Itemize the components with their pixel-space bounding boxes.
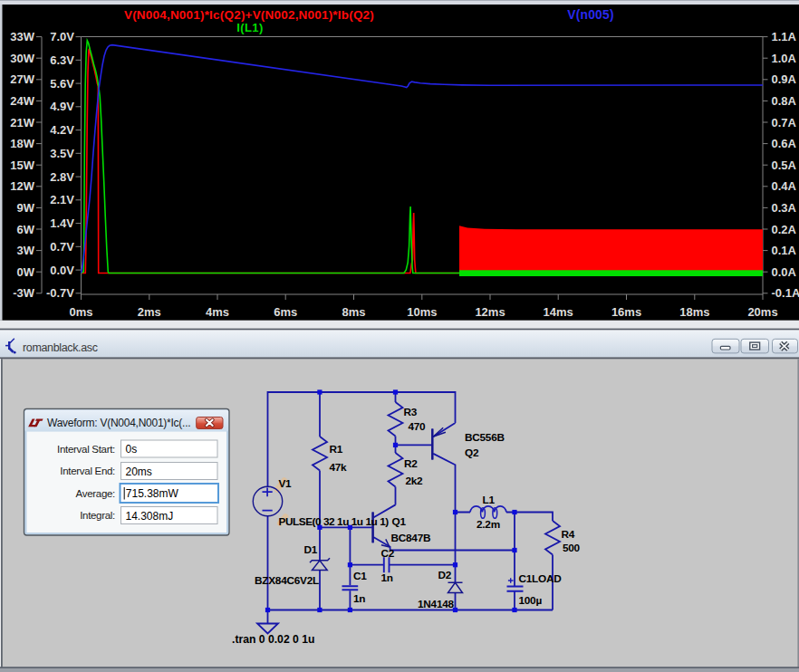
- svg-text:10ms: 10ms: [407, 305, 437, 319]
- svg-text:PULSE(0 32 1u 1u 1u 1): PULSE(0 32 1u 1u 1u 1): [279, 515, 390, 528]
- svg-text:1.4V: 1.4V: [50, 216, 74, 230]
- svg-text:2.1V: 2.1V: [50, 193, 74, 206]
- svg-text:-0.1A: -0.1A: [772, 286, 799, 300]
- svg-text:21W: 21W: [10, 116, 34, 130]
- svg-text:0.0V: 0.0V: [50, 264, 74, 277]
- svg-text:0.9A: 0.9A: [772, 72, 797, 86]
- svg-text:500: 500: [563, 542, 581, 554]
- svg-text:27W: 27W: [10, 72, 34, 86]
- svg-text:0.0A: 0.0A: [772, 265, 797, 279]
- svg-text:BZX84C6V2L: BZX84C6V2L: [255, 574, 319, 587]
- svg-text:Q1: Q1: [392, 515, 407, 528]
- svg-text:V1: V1: [279, 477, 293, 490]
- svg-text:R4: R4: [562, 528, 575, 541]
- svg-text:0.5A: 0.5A: [772, 158, 797, 172]
- svg-text:2k2: 2k2: [406, 475, 424, 487]
- svg-text:V(n005): V(n005): [567, 8, 614, 22]
- svg-text:7.0V: 7.0V: [50, 30, 74, 43]
- svg-text:14ms: 14ms: [544, 305, 573, 319]
- svg-text:Integral:: Integral:: [80, 510, 115, 521]
- svg-text:18W: 18W: [10, 137, 34, 150]
- svg-text:D2: D2: [438, 569, 452, 581]
- svg-text:24W: 24W: [10, 94, 34, 108]
- svg-text:2.8V: 2.8V: [50, 170, 74, 184]
- svg-text:12ms: 12ms: [475, 305, 505, 319]
- svg-text:0.4A: 0.4A: [772, 179, 797, 193]
- svg-text:D1: D1: [304, 543, 318, 556]
- svg-text:470: 470: [409, 420, 427, 433]
- svg-text:15W: 15W: [10, 158, 34, 172]
- svg-text:R3: R3: [404, 406, 418, 418]
- svg-text:BC556B: BC556B: [465, 431, 505, 444]
- svg-text:12W: 12W: [10, 179, 34, 193]
- svg-text:0ms: 0ms: [69, 305, 92, 319]
- svg-text:6ms: 6ms: [274, 305, 297, 319]
- svg-text:L1: L1: [483, 494, 496, 506]
- svg-text:4.9V: 4.9V: [50, 100, 74, 113]
- svg-text:0s: 0s: [126, 443, 138, 456]
- svg-text:romanblack.asc: romanblack.asc: [23, 341, 98, 354]
- svg-text:6.3V: 6.3V: [50, 53, 74, 67]
- svg-text:47k: 47k: [330, 461, 348, 474]
- svg-text:1n: 1n: [381, 571, 393, 584]
- svg-text:1.0A: 1.0A: [772, 52, 797, 65]
- svg-text:V(N004,N001)*Ic(Q2)+V(N002,N00: V(N004,N001)*Ic(Q2)+V(N002,N001)*Ib(Q2): [124, 8, 374, 22]
- svg-text:4ms: 4ms: [206, 305, 229, 319]
- svg-text:C2: C2: [381, 547, 395, 560]
- svg-text:R1: R1: [330, 443, 343, 456]
- svg-text:-3W: -3W: [13, 286, 35, 300]
- svg-text:Interval Start:: Interval Start:: [57, 444, 115, 455]
- svg-text:Average:: Average:: [76, 488, 116, 499]
- svg-text:Waveform: V(N004,N001)*Ic(...: Waveform: V(N004,N001)*Ic(...: [47, 417, 190, 429]
- svg-text:3.5V: 3.5V: [50, 147, 74, 160]
- svg-text:2.2m: 2.2m: [477, 518, 500, 531]
- svg-text:3W: 3W: [17, 244, 35, 257]
- svg-text:R2: R2: [404, 457, 418, 470]
- svg-text:Q2: Q2: [465, 446, 479, 459]
- svg-text:9W: 9W: [17, 201, 35, 215]
- svg-text:715.38mW: 715.38mW: [126, 487, 179, 500]
- svg-text:0.7A: 0.7A: [772, 116, 797, 130]
- svg-text:4.2V: 4.2V: [50, 123, 74, 137]
- svg-text:20ms: 20ms: [747, 305, 777, 319]
- svg-text:2ms: 2ms: [138, 305, 161, 319]
- svg-text:8ms: 8ms: [342, 305, 365, 319]
- svg-text:0.2A: 0.2A: [772, 223, 797, 236]
- svg-text:33W: 33W: [10, 30, 34, 43]
- svg-text:1N4148: 1N4148: [418, 598, 455, 610]
- svg-text:0.8A: 0.8A: [772, 94, 797, 108]
- svg-text:30W: 30W: [10, 52, 34, 65]
- svg-text:0W: 0W: [17, 265, 35, 279]
- svg-text:I(L1): I(L1): [236, 21, 263, 34]
- svg-text:-0.7V: -0.7V: [46, 286, 74, 300]
- svg-text:1.1A: 1.1A: [772, 30, 797, 43]
- svg-text:6W: 6W: [17, 223, 35, 236]
- svg-text:.tran 0 0.02 0 1u: .tran 0 0.02 0 1u: [232, 633, 314, 646]
- svg-text:C1: C1: [353, 570, 367, 582]
- svg-text:100µ: 100µ: [519, 594, 543, 607]
- svg-text:1n: 1n: [353, 592, 365, 605]
- svg-text:BC847B: BC847B: [391, 532, 431, 544]
- svg-text:0.7V: 0.7V: [50, 240, 74, 254]
- svg-text:14.308mJ: 14.308mJ: [126, 510, 174, 523]
- svg-text:5.6V: 5.6V: [50, 77, 74, 91]
- svg-text:C1LOAD: C1LOAD: [519, 572, 563, 585]
- svg-text:20ms: 20ms: [126, 466, 152, 478]
- svg-text:16ms: 16ms: [611, 305, 641, 319]
- svg-text:18ms: 18ms: [679, 305, 709, 319]
- svg-text:0.3A: 0.3A: [772, 201, 797, 215]
- svg-text:Interval End:: Interval End:: [60, 466, 115, 476]
- svg-text:0.1A: 0.1A: [772, 244, 797, 257]
- svg-text:0.6A: 0.6A: [772, 137, 797, 150]
